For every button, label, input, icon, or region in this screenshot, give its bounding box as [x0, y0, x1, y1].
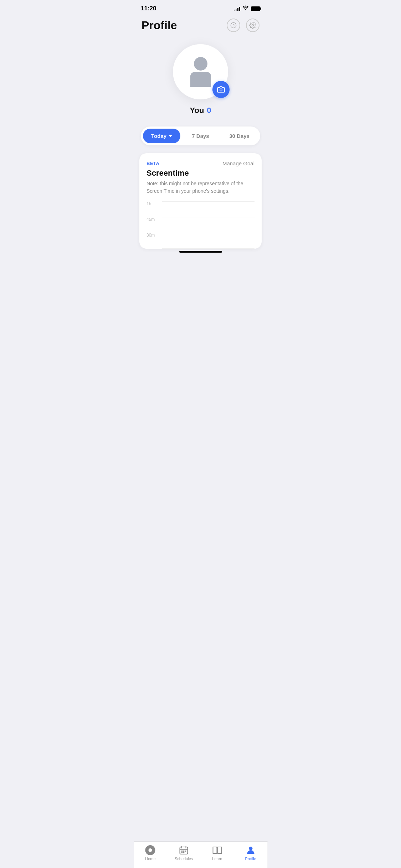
user-name-row: You 0 [190, 106, 211, 115]
period-30days-button[interactable]: 30 Days [221, 129, 258, 143]
period-today-button[interactable]: Today [143, 129, 180, 143]
svg-point-2 [220, 89, 222, 91]
status-time: 11:20 [141, 5, 156, 12]
chevron-down-icon [169, 135, 172, 137]
manage-goal-button[interactable]: Manage Goal [222, 160, 255, 166]
chart-grid [162, 201, 255, 249]
header-icons: ? [227, 19, 259, 32]
grid-line-1h [162, 201, 255, 217]
avatar-body [190, 72, 211, 87]
avatar-section: You 0 [134, 37, 267, 119]
grid-line-45m [162, 217, 255, 233]
user-score: 0 [207, 106, 211, 115]
chart-y-labels: 1h 45m 30m 15m [146, 201, 155, 249]
period-selector: Today 7 Days 30 Days [141, 126, 260, 145]
status-bar: 11:20 [134, 0, 267, 15]
settings-button[interactable] [246, 19, 259, 32]
chart-area: 1h 45m 30m 15m [146, 201, 255, 249]
y-label-45m: 45m [146, 217, 155, 233]
card-top-row: BETA Manage Goal [146, 160, 255, 166]
user-name: You [190, 106, 204, 115]
screentime-note: Note: this might not be representative o… [146, 180, 255, 195]
help-button[interactable]: ? [227, 19, 240, 32]
grid-line-30m [162, 233, 255, 248]
screentime-card: BETA Manage Goal Screentime Note: this m… [139, 153, 262, 249]
status-icons [234, 5, 260, 12]
screentime-title: Screentime [146, 169, 255, 178]
beta-badge: BETA [146, 161, 159, 166]
avatar-person [190, 57, 211, 87]
settings-icon [249, 22, 256, 29]
avatar-head [194, 57, 207, 71]
help-icon: ? [230, 22, 237, 29]
period-7days-button[interactable]: 7 Days [182, 129, 219, 143]
wifi-icon [242, 5, 249, 12]
avatar-wrapper [173, 44, 228, 99]
camera-button[interactable] [212, 81, 230, 98]
camera-icon [217, 86, 225, 93]
svg-text:?: ? [232, 24, 235, 28]
signal-icon [234, 6, 240, 11]
page-title: Profile [142, 19, 177, 32]
y-label-30m: 30m [146, 233, 155, 248]
grid-line-15m [162, 248, 255, 249]
battery-icon [251, 6, 260, 11]
y-label-15m: 15m [146, 248, 155, 249]
y-label-1h: 1h [146, 201, 155, 217]
home-indicator [179, 251, 222, 253]
header: Profile ? [134, 15, 267, 37]
